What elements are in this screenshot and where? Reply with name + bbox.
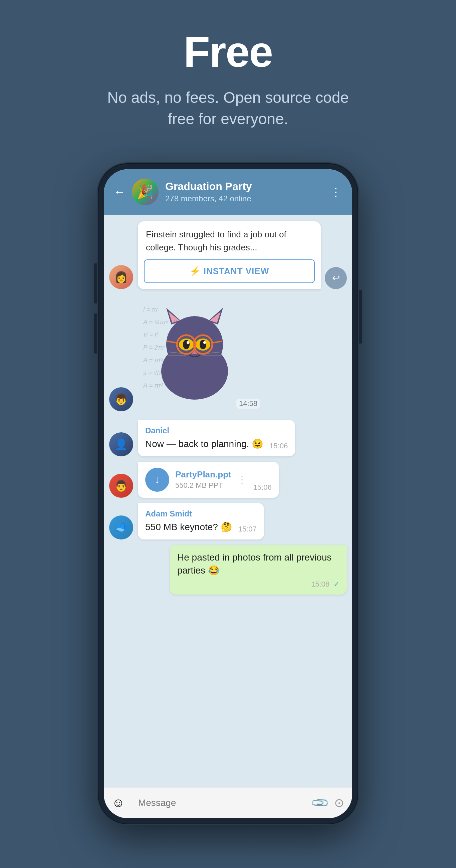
daniel-sender: Daniel [145, 426, 288, 435]
user-avatar-adam: 🧢 [109, 516, 133, 539]
daniel-time: 15:06 [269, 442, 288, 451]
hero-subtitle: No ads, no fees. Open source code free f… [98, 87, 358, 130]
lightning-icon: ⚡ [190, 266, 200, 276]
avatar-emoji-file: 👨 [115, 479, 128, 492]
svg-point-9 [200, 340, 206, 349]
sent-bubble: He pasted in photos from all previous pa… [170, 545, 347, 594]
group-name: Graduation Party [165, 180, 324, 193]
chat-body: 👩 Einstein struggled to find a job out o… [104, 215, 352, 787]
hero-title: Free [184, 27, 273, 77]
article-bubble: Einstein struggled to find a job out of … [138, 221, 321, 289]
sent-text: He pasted in photos from all previous pa… [177, 551, 339, 577]
file-size: 550.2 MB PPT [175, 481, 231, 490]
cat-sticker: l = πr A = ¼πr² θ V = l³ s P = 2πr h A =… [138, 298, 265, 411]
phone-screen: ← 🎉 Graduation Party 278 members, 42 onl… [104, 169, 352, 818]
forward-button[interactable]: ↩ [325, 267, 347, 289]
user-avatar-file-sender: 👨 [109, 474, 133, 498]
phone-outer: ← 🎉 Graduation Party 278 members, 42 onl… [98, 163, 358, 824]
more-options-button[interactable]: ⋮ [330, 185, 342, 199]
sent-text-row: He pasted in photos from all previous pa… [177, 551, 339, 588]
avatar-emoji-2: 👦 [115, 393, 128, 406]
daniel-message-row: 👤 Daniel Now — back to planning. 😉 15:06 [109, 420, 347, 456]
file-download-button[interactable]: ↓ [145, 468, 169, 492]
group-avatar-emoji: 🎉 [137, 184, 154, 199]
message-check-icon: ✓ [333, 580, 339, 589]
group-members: 278 members, 42 online [165, 194, 324, 203]
back-button[interactable]: ← [114, 185, 125, 198]
svg-point-10 [187, 341, 189, 344]
user-avatar-daniel: 👤 [109, 432, 133, 456]
file-more-icon[interactable]: ⋮ [237, 474, 247, 485]
svg-point-8 [183, 340, 190, 349]
adam-text-row: 550 MB keynote? 🤔 15:07 [145, 521, 257, 533]
adam-text: 550 MB keynote? 🤔 [145, 521, 232, 533]
cat-sticker-svg [138, 298, 251, 401]
adam-bubble: Adam Smidt 550 MB keynote? 🤔 15:07 [138, 503, 264, 539]
sent-message-row: He pasted in photos from all previous pa… [109, 545, 347, 594]
chat-input-bar: ☺ 📎 ⊙ [104, 787, 352, 818]
group-avatar: 🎉 [132, 179, 158, 205]
adam-message-row: 🧢 Adam Smidt 550 MB keynote? 🤔 15:07 [109, 503, 347, 539]
user-avatar-man-hoodie: 👦 [109, 387, 133, 411]
sticker-time: 14:58 [236, 399, 260, 409]
avatar-emoji-adam: 🧢 [115, 521, 128, 534]
article-message: Einstein struggled to find a job out of … [138, 221, 347, 289]
hero-section: Free No ads, no fees. Open source code f… [0, 0, 456, 150]
chat-info: Graduation Party 278 members, 42 online [165, 180, 324, 203]
file-name: PartyPlan.ppt [175, 469, 231, 480]
avatar-emoji: 👩 [115, 271, 128, 283]
instant-view-label: INSTANT VIEW [204, 266, 269, 276]
attach-button[interactable]: 📎 [310, 793, 331, 813]
svg-point-11 [203, 341, 206, 344]
article-text: Einstein struggled to find a job out of … [138, 221, 321, 259]
download-icon: ↓ [155, 473, 160, 486]
adam-sender: Adam Smidt [145, 509, 257, 519]
forward-icon: ↩ [332, 272, 340, 283]
daniel-text-row: Now — back to planning. 😉 15:06 [145, 437, 288, 451]
sent-time: 15:08 [311, 580, 330, 589]
file-bubble: ↓ PartyPlan.ppt 550.2 MB PPT ⋮ 15:06 [138, 462, 279, 498]
article-message-row: 👩 Einstein struggled to find a job out o… [109, 221, 347, 289]
avatar-emoji-daniel: 👤 [115, 438, 128, 451]
emoji-button[interactable]: ☺ [112, 796, 125, 810]
message-input[interactable] [131, 794, 306, 812]
daniel-text: Now — back to planning. 😉 [145, 437, 263, 451]
file-time: 15:06 [253, 483, 272, 492]
file-message-row: 👨 ↓ PartyPlan.ppt 550.2 MB PPT ⋮ 15:06 [109, 462, 347, 498]
daniel-bubble: Daniel Now — back to planning. 😉 15:06 [138, 420, 295, 456]
file-info: PartyPlan.ppt 550.2 MB PPT [175, 469, 231, 490]
instant-view-button[interactable]: ⚡ INSTANT VIEW [144, 259, 315, 283]
adam-time: 15:07 [238, 525, 257, 533]
chat-header: ← 🎉 Graduation Party 278 members, 42 onl… [104, 169, 352, 215]
phone-mockup: ← 🎉 Graduation Party 278 members, 42 onl… [98, 163, 358, 824]
camera-button[interactable]: ⊙ [334, 796, 344, 810]
sticker-message-area: 👦 l = πr A = ¼πr² θ V = l³ s P = 2πr h A… [109, 298, 347, 411]
user-avatar-woman: 👩 [109, 265, 133, 289]
